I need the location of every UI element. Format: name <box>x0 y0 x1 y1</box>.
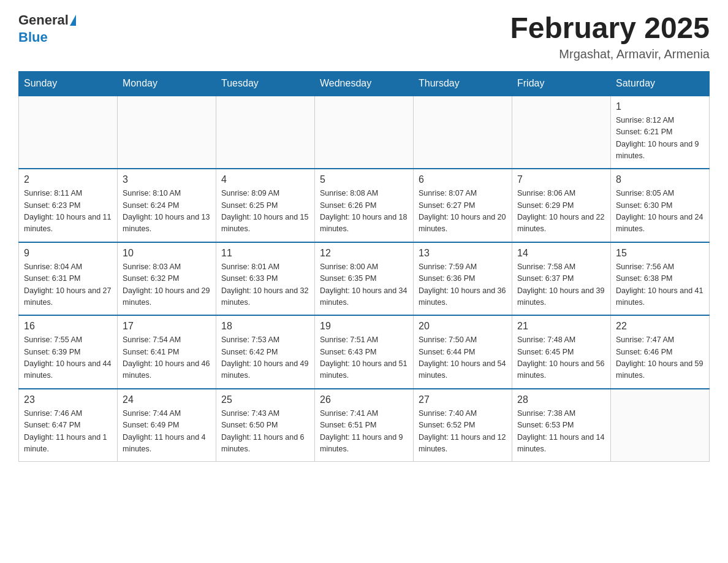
calendar-cell: 16Sunrise: 7:55 AM Sunset: 6:39 PM Dayli… <box>19 315 118 389</box>
calendar-cell: 6Sunrise: 8:07 AM Sunset: 6:27 PM Daylig… <box>414 169 512 242</box>
day-number: 11 <box>221 248 309 259</box>
day-info: Sunrise: 7:48 AM Sunset: 6:45 PM Dayligh… <box>517 334 605 382</box>
calendar-cell: 7Sunrise: 8:06 AM Sunset: 6:29 PM Daylig… <box>512 169 611 242</box>
day-info: Sunrise: 8:00 AM Sunset: 6:35 PM Dayligh… <box>320 261 408 309</box>
weekday-header: Thursday <box>414 71 512 96</box>
calendar-cell: 15Sunrise: 7:56 AM Sunset: 6:38 PM Dayli… <box>611 242 710 316</box>
weekday-header: Tuesday <box>216 71 315 96</box>
calendar-cell: 8Sunrise: 8:05 AM Sunset: 6:30 PM Daylig… <box>611 169 710 242</box>
day-info: Sunrise: 7:47 AM Sunset: 6:46 PM Dayligh… <box>616 334 704 382</box>
calendar-cell: 10Sunrise: 8:03 AM Sunset: 6:32 PM Dayli… <box>118 242 216 316</box>
calendar-cell: 23Sunrise: 7:46 AM Sunset: 6:47 PM Dayli… <box>19 389 118 462</box>
day-number: 5 <box>320 174 408 185</box>
day-info: Sunrise: 8:06 AM Sunset: 6:29 PM Dayligh… <box>517 188 605 236</box>
day-number: 15 <box>616 248 704 259</box>
calendar-cell: 27Sunrise: 7:40 AM Sunset: 6:52 PM Dayli… <box>414 389 512 462</box>
day-number: 12 <box>320 248 408 259</box>
day-info: Sunrise: 7:43 AM Sunset: 6:50 PM Dayligh… <box>221 408 309 456</box>
calendar-cell: 18Sunrise: 7:53 AM Sunset: 6:42 PM Dayli… <box>216 315 315 389</box>
calendar-cell: 26Sunrise: 7:41 AM Sunset: 6:51 PM Dayli… <box>315 389 414 462</box>
calendar-cell <box>118 96 216 169</box>
weekday-row: SundayMondayTuesdayWednesdayThursdayFrid… <box>19 71 710 96</box>
day-info: Sunrise: 7:41 AM Sunset: 6:51 PM Dayligh… <box>320 408 408 456</box>
calendar-week-row: 23Sunrise: 7:46 AM Sunset: 6:47 PM Dayli… <box>19 389 710 462</box>
day-info: Sunrise: 7:53 AM Sunset: 6:42 PM Dayligh… <box>221 334 309 382</box>
calendar-cell: 4Sunrise: 8:09 AM Sunset: 6:25 PM Daylig… <box>216 169 315 242</box>
calendar-cell: 2Sunrise: 8:11 AM Sunset: 6:23 PM Daylig… <box>19 169 118 242</box>
calendar-cell <box>512 96 611 169</box>
calendar-cell: 25Sunrise: 7:43 AM Sunset: 6:50 PM Dayli… <box>216 389 315 462</box>
calendar-cell <box>19 96 118 169</box>
calendar-week-row: 9Sunrise: 8:04 AM Sunset: 6:31 PM Daylig… <box>19 242 710 316</box>
day-info: Sunrise: 8:12 AM Sunset: 6:21 PM Dayligh… <box>616 115 704 163</box>
calendar-body: 1Sunrise: 8:12 AM Sunset: 6:21 PM Daylig… <box>19 96 710 462</box>
day-number: 4 <box>221 174 309 185</box>
weekday-header: Wednesday <box>315 71 414 96</box>
day-info: Sunrise: 7:46 AM Sunset: 6:47 PM Dayligh… <box>24 408 112 456</box>
day-info: Sunrise: 8:11 AM Sunset: 6:23 PM Dayligh… <box>24 188 112 236</box>
day-number: 1 <box>616 101 704 112</box>
day-number: 7 <box>517 174 605 185</box>
day-info: Sunrise: 7:55 AM Sunset: 6:39 PM Dayligh… <box>24 334 112 382</box>
calendar-cell <box>315 96 414 169</box>
day-number: 24 <box>123 394 211 405</box>
calendar-cell: 20Sunrise: 7:50 AM Sunset: 6:44 PM Dayli… <box>414 315 512 389</box>
calendar-cell: 9Sunrise: 8:04 AM Sunset: 6:31 PM Daylig… <box>19 242 118 316</box>
day-number: 19 <box>320 321 408 332</box>
calendar-cell: 24Sunrise: 7:44 AM Sunset: 6:49 PM Dayli… <box>118 389 216 462</box>
day-number: 10 <box>123 248 211 259</box>
day-info: Sunrise: 8:07 AM Sunset: 6:27 PM Dayligh… <box>419 188 507 236</box>
day-number: 6 <box>419 174 507 185</box>
day-number: 16 <box>24 321 112 332</box>
day-number: 18 <box>221 321 309 332</box>
day-info: Sunrise: 8:03 AM Sunset: 6:32 PM Dayligh… <box>123 261 211 309</box>
page-header: General Blue February 2025 Mrgashat, Arm… <box>18 12 710 61</box>
day-info: Sunrise: 7:44 AM Sunset: 6:49 PM Dayligh… <box>123 408 211 456</box>
calendar-cell: 13Sunrise: 7:59 AM Sunset: 6:36 PM Dayli… <box>414 242 512 316</box>
calendar-week-row: 16Sunrise: 7:55 AM Sunset: 6:39 PM Dayli… <box>19 315 710 389</box>
day-number: 3 <box>123 174 211 185</box>
day-info: Sunrise: 8:05 AM Sunset: 6:30 PM Dayligh… <box>616 188 704 236</box>
calendar-week-row: 1Sunrise: 8:12 AM Sunset: 6:21 PM Daylig… <box>19 96 710 169</box>
calendar-cell: 1Sunrise: 8:12 AM Sunset: 6:21 PM Daylig… <box>611 96 710 169</box>
day-number: 27 <box>419 394 507 405</box>
calendar-cell: 5Sunrise: 8:08 AM Sunset: 6:26 PM Daylig… <box>315 169 414 242</box>
day-info: Sunrise: 8:01 AM Sunset: 6:33 PM Dayligh… <box>221 261 309 309</box>
calendar-cell: 21Sunrise: 7:48 AM Sunset: 6:45 PM Dayli… <box>512 315 611 389</box>
calendar-header: SundayMondayTuesdayWednesdayThursdayFrid… <box>19 71 710 96</box>
calendar-cell: 22Sunrise: 7:47 AM Sunset: 6:46 PM Dayli… <box>611 315 710 389</box>
weekday-header: Friday <box>512 71 611 96</box>
day-number: 2 <box>24 174 112 185</box>
day-number: 20 <box>419 321 507 332</box>
calendar-cell <box>611 389 710 462</box>
day-number: 21 <box>517 321 605 332</box>
logo: General Blue <box>18 12 76 45</box>
day-info: Sunrise: 8:10 AM Sunset: 6:24 PM Dayligh… <box>123 188 211 236</box>
day-number: 23 <box>24 394 112 405</box>
calendar-cell: 28Sunrise: 7:38 AM Sunset: 6:53 PM Dayli… <box>512 389 611 462</box>
day-info: Sunrise: 7:38 AM Sunset: 6:53 PM Dayligh… <box>517 408 605 456</box>
day-number: 14 <box>517 248 605 259</box>
weekday-header: Saturday <box>611 71 710 96</box>
calendar-week-row: 2Sunrise: 8:11 AM Sunset: 6:23 PM Daylig… <box>19 169 710 242</box>
day-number: 26 <box>320 394 408 405</box>
day-info: Sunrise: 7:58 AM Sunset: 6:37 PM Dayligh… <box>517 261 605 309</box>
logo-triangle-icon <box>70 15 76 26</box>
calendar-table: SundayMondayTuesdayWednesdayThursdayFrid… <box>18 71 710 462</box>
day-number: 25 <box>221 394 309 405</box>
day-number: 17 <box>123 321 211 332</box>
day-info: Sunrise: 7:51 AM Sunset: 6:43 PM Dayligh… <box>320 334 408 382</box>
day-info: Sunrise: 8:08 AM Sunset: 6:26 PM Dayligh… <box>320 188 408 236</box>
calendar-cell: 19Sunrise: 7:51 AM Sunset: 6:43 PM Dayli… <box>315 315 414 389</box>
calendar-cell: 17Sunrise: 7:54 AM Sunset: 6:41 PM Dayli… <box>118 315 216 389</box>
day-info: Sunrise: 7:40 AM Sunset: 6:52 PM Dayligh… <box>419 408 507 456</box>
calendar-cell: 11Sunrise: 8:01 AM Sunset: 6:33 PM Dayli… <box>216 242 315 316</box>
day-number: 13 <box>419 248 507 259</box>
logo-general-text: General <box>18 12 69 28</box>
calendar-subtitle: Mrgashat, Armavir, Armenia <box>510 47 710 61</box>
day-number: 8 <box>616 174 704 185</box>
day-number: 9 <box>24 248 112 259</box>
day-info: Sunrise: 8:04 AM Sunset: 6:31 PM Dayligh… <box>24 261 112 309</box>
day-info: Sunrise: 8:09 AM Sunset: 6:25 PM Dayligh… <box>221 188 309 236</box>
weekday-header: Sunday <box>19 71 118 96</box>
